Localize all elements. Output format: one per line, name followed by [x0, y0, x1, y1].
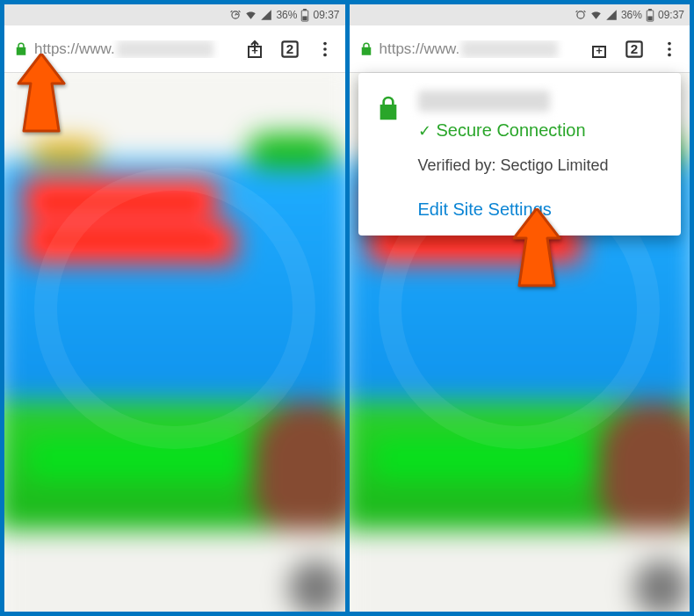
overflow-menu-button[interactable] [654, 34, 684, 64]
share-button[interactable]: + [240, 34, 270, 64]
svg-point-5 [323, 41, 327, 45]
svg-point-15 [668, 53, 671, 56]
svg-rect-10 [647, 16, 652, 20]
lock-icon[interactable] [358, 41, 374, 57]
alarm-icon [229, 9, 242, 21]
lock-icon[interactable] [13, 41, 29, 57]
tab-count-label: 2 [631, 41, 638, 56]
wifi-icon [589, 9, 603, 21]
verified-by-label: Verified by: Sectigo Limited [418, 156, 666, 175]
url-domain-redacted [117, 40, 213, 58]
clock-time: 09:37 [658, 9, 684, 21]
tabs-button[interactable]: 2 [275, 34, 305, 64]
phone-left: 36% 09:37 https://www. + 2 [4, 4, 345, 612]
svg-point-7 [323, 53, 327, 56]
tab-count-label: 2 [286, 41, 293, 56]
wifi-icon [244, 9, 257, 21]
share-button[interactable]: + [584, 34, 614, 64]
page-content-blurred [4, 60, 345, 612]
url-domain-redacted [461, 40, 558, 58]
svg-point-13 [668, 41, 671, 45]
battery-percent: 36% [276, 9, 297, 21]
status-bar: 36% 09:37 [350, 4, 690, 25]
site-info-popup: ✓ Secure Connection Verified by: Sectigo… [358, 73, 682, 236]
status-bar-icons [575, 9, 618, 21]
battery-percent: 36% [621, 9, 642, 21]
svg-point-6 [323, 47, 327, 51]
status-bar-icons [229, 9, 272, 21]
phone-right: 36% 09:37 https://www. + 2 [350, 4, 690, 612]
address-bar[interactable]: https://www. + 2 [350, 25, 690, 73]
edit-site-settings-link[interactable]: Edit Site Settings [418, 199, 666, 220]
signal-icon [605, 9, 618, 21]
secure-connection-label: Secure Connection [437, 120, 586, 141]
svg-text:+: + [251, 44, 258, 57]
battery-icon [646, 9, 654, 22]
status-bar: 36% 09:37 [4, 4, 345, 25]
popup-domain-redacted [418, 91, 550, 112]
lock-icon [374, 94, 402, 122]
svg-rect-2 [303, 16, 307, 20]
svg-rect-9 [648, 9, 652, 11]
checkmark-icon: ✓ [418, 123, 431, 139]
overflow-menu-button[interactable] [310, 34, 340, 64]
svg-rect-1 [304, 9, 307, 11]
address-bar[interactable]: https://www. + 2 [4, 25, 345, 73]
svg-text:+: + [596, 44, 603, 57]
signal-icon [260, 9, 272, 21]
clock-time: 09:37 [313, 9, 339, 21]
url-field[interactable]: https://www. [380, 40, 580, 58]
tabs-button[interactable]: 2 [619, 34, 649, 64]
svg-point-14 [668, 47, 671, 51]
tutorial-frame: 36% 09:37 https://www. + 2 [0, 0, 694, 616]
url-field[interactable]: https://www. [34, 40, 235, 58]
alarm-icon [575, 9, 587, 21]
url-prefix: https://www. [34, 40, 115, 58]
battery-icon [300, 9, 309, 22]
url-prefix: https://www. [380, 40, 460, 58]
